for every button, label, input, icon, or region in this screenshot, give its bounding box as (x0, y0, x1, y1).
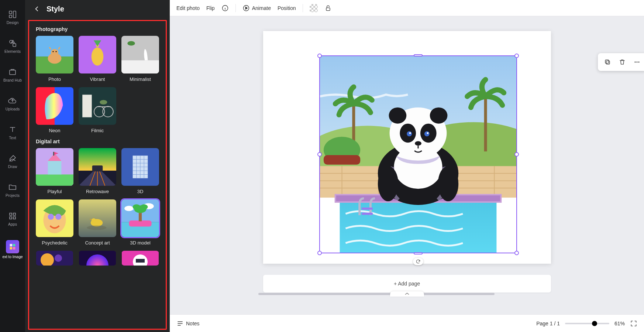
style-extra-2[interactable] (79, 251, 116, 266)
svg-rect-55 (129, 220, 151, 226)
resize-handle-tr[interactable] (514, 54, 519, 58)
category-title-photography: Photography (36, 26, 159, 32)
fullscreen-button[interactable] (630, 320, 637, 327)
rail-design[interactable]: Design (0, 3, 25, 32)
svg-point-58 (133, 204, 140, 209)
canvas-page[interactable] (263, 31, 551, 264)
more-button[interactable] (630, 55, 644, 69)
svg-rect-4 (13, 44, 16, 47)
svg-rect-11 (13, 244, 16, 247)
info-button[interactable] (221, 4, 229, 12)
svg-point-100 (407, 131, 412, 136)
position-label: Position (278, 5, 296, 11)
resize-handle-bottom[interactable] (414, 252, 423, 254)
style-playful[interactable]: Playful (36, 148, 73, 194)
style-scroll-area[interactable]: Photography Photo Vibrant Minimalist Neo… (28, 20, 167, 330)
svg-rect-47 (79, 199, 116, 237)
svg-rect-84 (484, 96, 487, 151)
style-minimalist[interactable]: Minimalist (121, 36, 159, 82)
top-toolbar: Edit photo Flip Animate Position (170, 0, 644, 16)
svg-rect-67 (136, 259, 145, 263)
style-3d[interactable]: 3D (121, 148, 159, 194)
selected-image[interactable] (319, 55, 517, 253)
svg-rect-12 (10, 247, 13, 250)
animate-button[interactable]: Animate (242, 4, 271, 12)
zoom-value[interactable]: 61% (614, 321, 625, 326)
style-label: Concept art (85, 240, 110, 246)
style-photo[interactable]: Photo (36, 36, 73, 82)
rotate-button[interactable] (413, 258, 423, 265)
resize-handle-bl[interactable] (317, 251, 322, 255)
svg-point-31 (100, 100, 107, 105)
back-button[interactable] (32, 4, 42, 14)
edit-photo-button[interactable]: Edit photo (176, 5, 200, 11)
style-label: 3D (137, 189, 144, 194)
svg-point-101 (409, 132, 411, 134)
style-psychedelic[interactable]: Psychedelic (36, 199, 73, 246)
edit-photo-label: Edit photo (176, 5, 200, 11)
delete-button[interactable] (615, 55, 630, 69)
zoom-slider[interactable] (565, 323, 609, 324)
resize-handle-tl[interactable] (317, 54, 322, 58)
svg-point-46 (55, 214, 61, 220)
position-button[interactable]: Position (278, 5, 296, 11)
rail-t2i-label: ext to Image (2, 255, 23, 259)
animate-label: Animate (252, 5, 271, 11)
svg-point-50 (87, 225, 106, 230)
style-panel: Style Photography Photo Vibrant Minimali… (25, 0, 170, 332)
rail-elements[interactable]: Elements (0, 32, 25, 61)
svg-rect-1 (13, 11, 16, 18)
svg-point-52 (124, 206, 133, 211)
transparency-button[interactable] (310, 4, 318, 12)
canvas-area[interactable]: + Add page (170, 16, 644, 314)
style-conceptart[interactable]: Concept art (79, 199, 116, 246)
style-label: 3D model (130, 240, 151, 246)
resize-handle-ml[interactable] (317, 152, 322, 157)
style-extra-1[interactable] (36, 251, 73, 266)
notes-button[interactable]: Notes (176, 320, 200, 327)
lock-button[interactable] (324, 4, 332, 12)
panel-title: Style (47, 5, 64, 13)
add-page-label: + Add page (394, 281, 420, 287)
resize-handle-top[interactable] (414, 54, 423, 57)
svg-point-73 (635, 62, 636, 63)
rail-projects[interactable]: Projects (0, 176, 25, 205)
rail-apps[interactable]: Apps (0, 205, 25, 233)
svg-point-24 (127, 41, 135, 45)
rail-text[interactable]: Text (0, 118, 25, 147)
svg-rect-2 (9, 15, 12, 18)
svg-rect-86 (323, 155, 360, 165)
svg-rect-8 (10, 217, 12, 219)
svg-rect-7 (13, 213, 16, 215)
svg-rect-0 (9, 11, 12, 14)
resize-handle-br[interactable] (514, 251, 519, 255)
rail-draw[interactable]: Draw (0, 147, 25, 176)
add-page-button[interactable]: + Add page (263, 275, 551, 292)
style-neon[interactable]: Neon (36, 87, 73, 133)
expand-pages-button[interactable] (390, 291, 424, 297)
svg-rect-40 (92, 165, 103, 171)
style-retrowave[interactable]: Retrowave (79, 148, 116, 194)
transparency-icon (310, 4, 318, 12)
style-label: Neon (49, 128, 60, 133)
duplicate-button[interactable] (600, 55, 615, 69)
style-extra-3[interactable] (121, 251, 159, 266)
selection-toolbar (598, 53, 644, 71)
rail-brandhub[interactable]: Brand Hub (0, 61, 25, 89)
category-title-digitalart: Digital art (36, 138, 159, 144)
style-label: Vibrant (90, 76, 105, 82)
rail-text-to-image[interactable] (6, 240, 19, 253)
style-vibrant[interactable]: Vibrant (79, 36, 116, 82)
rail-label: Brand Hub (3, 78, 22, 82)
rail-uploads[interactable]: Uploads (0, 89, 25, 118)
rail-label: Projects (6, 193, 20, 198)
style-filmic[interactable]: Filmic (79, 87, 116, 133)
rail-label: Uploads (6, 107, 20, 111)
page-indicator[interactable]: Page 1 / 1 (536, 321, 560, 326)
main-area: Edit photo Flip Animate Position (170, 0, 644, 332)
svg-rect-9 (13, 217, 16, 219)
zoom-thumb[interactable] (592, 321, 597, 326)
resize-handle-mr[interactable] (514, 152, 519, 157)
flip-button[interactable]: Flip (206, 5, 215, 11)
style-3dmodel[interactable]: 3D model (121, 199, 159, 246)
